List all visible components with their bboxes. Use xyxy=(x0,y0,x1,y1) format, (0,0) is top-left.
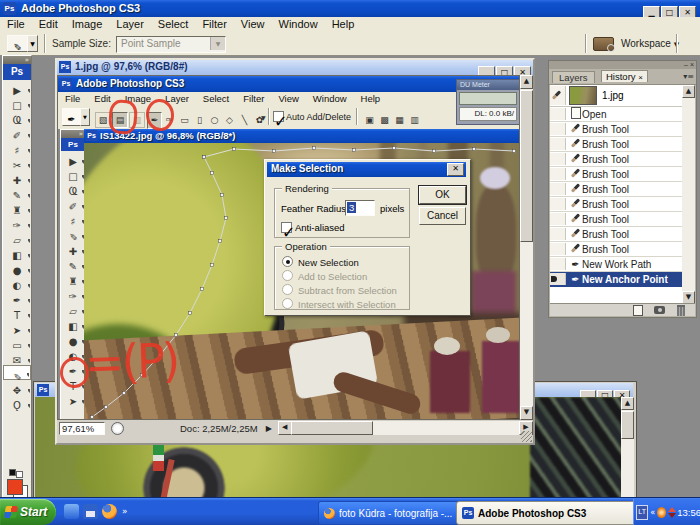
status-menu-arrow-icon[interactable]: ▶ xyxy=(266,424,272,433)
menu-item-view[interactable]: View xyxy=(278,92,298,105)
history-item-brush-tool[interactable]: Brush Tool xyxy=(550,152,682,167)
menu-item-layer[interactable]: Layer xyxy=(116,17,144,32)
palette-minimize-icon[interactable]: – xyxy=(684,61,688,68)
menu-item-select[interactable]: Select xyxy=(203,92,229,105)
panel-menu-icon[interactable]: ▾≡ xyxy=(683,72,694,81)
history-item-new-anchor-point[interactable]: New Anchor Point xyxy=(550,272,682,287)
scroll-down-icon[interactable]: ▼ xyxy=(520,406,533,420)
brush-tool[interactable]: ✎ xyxy=(61,256,85,271)
line-button[interactable]: ╲ xyxy=(237,112,252,129)
zoom-level-field[interactable]: 97,61% xyxy=(59,422,105,435)
history-brush-source-box[interactable] xyxy=(550,183,566,195)
gradient-tool[interactable]: ◧ xyxy=(61,316,85,331)
quicklaunch-icon-1[interactable] xyxy=(64,504,79,519)
menu-item-window[interactable]: Window xyxy=(313,92,347,105)
subtract-from-path-area-button[interactable]: ▩ xyxy=(377,112,392,129)
history-brush-tool[interactable]: ✑ xyxy=(61,286,85,301)
lasso-tool[interactable]: Ҩ xyxy=(61,181,85,196)
healing-brush-tool[interactable]: ✚ xyxy=(3,170,31,185)
scroll-up-icon[interactable]: ▲ xyxy=(621,397,634,410)
document-titlebar[interactable]: Ps 1.jpg @ 97,6% (RGB/8#) ▁□✕ xyxy=(57,60,533,75)
taskbar-task-firefox[interactable]: foto Kūdra - fotografija -... xyxy=(318,501,464,525)
vertical-scrollbar[interactable]: ▲ xyxy=(621,397,634,497)
history-item-new-work-path[interactable]: New Work Path xyxy=(550,257,682,272)
path-selection-tool[interactable]: ➤ xyxy=(61,391,85,406)
history-item-brush-tool[interactable]: Brush Tool xyxy=(550,167,682,182)
cancel-button[interactable]: Cancel xyxy=(419,207,466,225)
hand-tool[interactable]: ✥ xyxy=(3,380,31,395)
polygon-button[interactable]: ◇ xyxy=(222,112,237,129)
scroll-up-icon[interactable]: ▲ xyxy=(682,85,695,98)
new-document-from-state-button[interactable] xyxy=(633,305,643,316)
start-button[interactable]: Start xyxy=(0,499,56,525)
dodge-tool[interactable]: ◐ xyxy=(3,275,31,290)
clone-stamp-tool[interactable]: ♜ xyxy=(3,200,31,215)
vertical-scrollbar[interactable]: ▲ ▼ xyxy=(520,75,533,420)
anti-aliased-checkbox[interactable]: ✓ xyxy=(281,222,292,233)
history-brush-source-box[interactable] xyxy=(550,153,566,165)
new-snapshot-button[interactable] xyxy=(654,306,665,314)
tab-layers[interactable]: Layers xyxy=(552,71,595,83)
history-item-brush-tool[interactable]: Brush Tool xyxy=(550,212,682,227)
history-snapshot-row[interactable]: 1.jpg xyxy=(550,85,682,107)
scrollbar-thumb[interactable] xyxy=(520,90,533,242)
du-meter-widget[interactable]: DU Meter DL: 0.0 kB/ xyxy=(456,79,520,125)
history-item-brush-tool[interactable]: Brush Tool xyxy=(550,137,682,152)
foreground-color-swatch[interactable] xyxy=(7,479,23,495)
history-item-brush-tool[interactable]: Brush Tool xyxy=(550,182,682,197)
add-to-path-area-button[interactable]: ▣ xyxy=(362,112,377,129)
feather-radius-input[interactable]: 3 xyxy=(345,200,375,216)
menu-item-select[interactable]: Select xyxy=(158,17,189,32)
history-brush-source-box[interactable] xyxy=(550,138,566,150)
menu-item-image[interactable]: Image xyxy=(72,17,103,32)
horizontal-scrollbar[interactable]: ◀ ▶ xyxy=(278,421,533,435)
lasso-tool[interactable]: Ҩ xyxy=(3,110,31,125)
quick-selection-tool[interactable]: ✐ xyxy=(61,196,85,211)
menu-item-file[interactable]: File xyxy=(7,17,25,32)
eyedropper-tool-preset[interactable]: ✏ xyxy=(7,35,28,52)
eraser-tool[interactable]: ▱ xyxy=(61,301,85,316)
gradient-tool[interactable]: ◧ xyxy=(3,245,31,260)
menu-item-filter[interactable]: Filter xyxy=(202,17,226,32)
menu-item-edit[interactable]: Edit xyxy=(94,92,110,105)
path-selection-tool[interactable]: ➤ xyxy=(3,320,31,335)
taskbar-task-photoshop[interactable]: Ps Adobe Photoshop CS3 xyxy=(456,501,640,525)
rectangle-tool[interactable]: ▭ xyxy=(3,335,31,350)
operation-radio-new-selection[interactable]: New Selection xyxy=(282,255,408,269)
history-item-open[interactable]: Open xyxy=(550,107,682,122)
brush-tool[interactable]: ✎ xyxy=(3,185,31,200)
history-brush-source-box[interactable] xyxy=(550,243,566,255)
quicklaunch-overflow-chevron[interactable]: » xyxy=(122,506,128,516)
scroll-up-icon[interactable]: ▲ xyxy=(520,75,533,89)
radio-icon[interactable] xyxy=(282,256,293,267)
updown-arrows-icon[interactable] xyxy=(668,507,674,518)
panel-scrollbar[interactable]: ▲ ▼ xyxy=(682,85,695,304)
dialog-titlebar[interactable]: Make Selection ✕ xyxy=(267,162,466,177)
auto-add-delete-checkbox[interactable]: ✓ xyxy=(273,111,284,122)
firefox-icon[interactable] xyxy=(102,504,117,519)
history-brush-source-box[interactable] xyxy=(550,123,566,135)
chevron-down-icon[interactable]: ▼ xyxy=(261,114,266,121)
history-brush-source-box[interactable] xyxy=(550,228,566,240)
pen-preset-dropdown-arrow[interactable]: ▼ xyxy=(80,108,90,126)
history-item-brush-tool[interactable]: Brush Tool xyxy=(550,122,682,137)
tray-collapse-chevron[interactable]: « xyxy=(650,508,655,517)
sample-size-select[interactable]: Point Sample ▼ xyxy=(116,36,226,53)
move-tool[interactable]: ▶ xyxy=(3,80,31,95)
delete-state-button[interactable] xyxy=(677,305,685,316)
history-brush-tool[interactable]: ✑ xyxy=(3,215,31,230)
history-brush-source-box[interactable] xyxy=(550,198,566,210)
rectangle-button[interactable]: ▭ xyxy=(177,112,192,129)
quicklaunch-icon-2[interactable] xyxy=(83,504,98,519)
eyedropper-tool[interactable]: ✏ xyxy=(61,226,85,241)
menu-item-help[interactable]: Help xyxy=(332,17,355,32)
history-brush-source-box[interactable] xyxy=(550,258,566,270)
menu-item-help[interactable]: Help xyxy=(361,92,381,105)
quick-selection-tool[interactable]: ✐ xyxy=(3,125,31,140)
pen-tool[interactable]: ✒ xyxy=(3,290,31,305)
scroll-left-icon[interactable]: ◀ xyxy=(278,421,292,435)
pen-tool-preset[interactable]: ✒ xyxy=(62,108,81,126)
du-meter-tray-icon[interactable] xyxy=(657,507,666,518)
ok-button[interactable]: OK xyxy=(419,186,466,204)
scrollbar-thumb[interactable] xyxy=(621,411,634,439)
